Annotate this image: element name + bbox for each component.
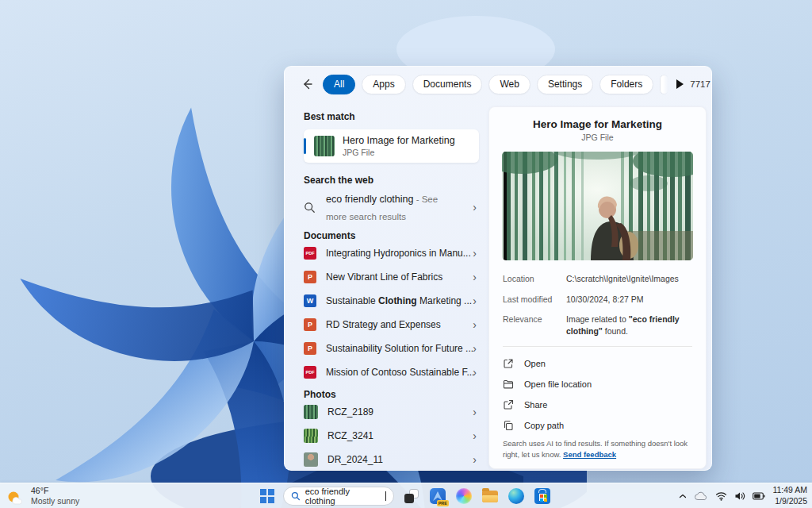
- best-match-title: Hero Image for Marketing: [343, 135, 455, 146]
- powerpoint-file-icon: P: [304, 342, 316, 355]
- tab-settings[interactable]: Settings: [537, 75, 593, 94]
- photo-result-row[interactable]: DR_2024_11 ›: [304, 448, 488, 471]
- back-arrow-icon: [301, 78, 313, 90]
- back-button[interactable]: [301, 76, 313, 92]
- photo-thumbnail: [304, 452, 318, 467]
- preview-pane: Hero Image for Marketing JPG File: [488, 106, 707, 469]
- text-cursor: [385, 491, 386, 501]
- tray-expand-button[interactable]: [678, 491, 688, 501]
- wifi-icon: [715, 491, 727, 501]
- start-button[interactable]: [260, 489, 274, 503]
- search-web-header: Search the web: [304, 175, 488, 186]
- ai-disclaimer: Search uses AI to find results. If somet…: [503, 438, 692, 460]
- photo-thumbnail: [304, 429, 318, 443]
- pdf-file-icon: PDF: [304, 247, 316, 260]
- taskbar-weather-widget[interactable]: 46°F Mostly sunny: [6, 486, 79, 506]
- taskbar-clock[interactable]: 11:49 AM 1/9/2025: [772, 485, 807, 506]
- battery-tray-button[interactable]: [753, 492, 765, 500]
- tabbar-right-group: 7717 L ⋯: [690, 76, 712, 92]
- chevron-right-icon[interactable]: ›: [473, 367, 477, 378]
- document-result-row[interactable]: P RD Strategy and Expenses ›: [304, 313, 488, 337]
- microsoft-store-button[interactable]: [534, 487, 551, 505]
- onedrive-tray-button[interactable]: [695, 491, 708, 501]
- chevron-right-icon[interactable]: ›: [473, 343, 477, 354]
- photos-header: Photos: [304, 389, 488, 400]
- document-result-row[interactable]: W Sustainable Clothing Marketing ... ›: [304, 289, 488, 313]
- photo-result-row[interactable]: RCZ_3241 ›: [304, 424, 488, 448]
- speaker-icon: [734, 491, 745, 501]
- file-explorer-icon: [482, 491, 498, 502]
- rewards-points: 7717: [690, 79, 710, 89]
- weather-temp: 46°F: [31, 486, 79, 496]
- chevron-right-icon[interactable]: ›: [473, 406, 477, 418]
- clock-time: 11:49 AM: [772, 485, 807, 496]
- chevron-right-icon[interactable]: ›: [473, 430, 477, 441]
- web-search-item[interactable]: eco friendly clothing - See more search …: [304, 190, 488, 225]
- preview-subtitle: JPG File: [489, 133, 706, 142]
- action-open[interactable]: Open: [489, 353, 706, 374]
- tab-photos-clipped[interactable]: P: [660, 75, 668, 94]
- chevron-right-icon[interactable]: ›: [473, 248, 477, 259]
- volume-tray-button[interactable]: [734, 491, 745, 501]
- chevron-right-icon[interactable]: ›: [473, 319, 477, 330]
- dev-home-button[interactable]: PRE: [429, 487, 446, 505]
- photo-thumbnail: [304, 405, 318, 419]
- best-match-subtitle: JPG File: [343, 148, 455, 157]
- search-icon: [291, 491, 301, 501]
- share-icon: [503, 399, 514, 410]
- divider: [503, 346, 692, 347]
- detail-row-relevance: Relevance Image related to "eco friendly…: [503, 314, 692, 337]
- taskbar-search-input[interactable]: eco friendly clothing: [283, 487, 394, 506]
- action-open-file-location[interactable]: Open file location: [489, 374, 706, 394]
- pdf-file-icon: PDF: [304, 366, 316, 379]
- tab-folders[interactable]: Folders: [599, 75, 653, 94]
- folder-icon: [503, 379, 514, 390]
- results-panel: Best match Hero Image for Marketing JPG …: [285, 102, 488, 470]
- onedrive-cloud-icon: [695, 491, 708, 501]
- weather-icon: [6, 487, 25, 505]
- tab-documents[interactable]: Documents: [412, 75, 483, 94]
- chevron-right-icon[interactable]: ›: [473, 202, 477, 213]
- document-result-row[interactable]: PDF Integrating Hydroponics in Manu... ›: [304, 241, 488, 265]
- tabs-scroll-next-icon[interactable]: [676, 79, 684, 89]
- best-match-item[interactable]: Hero Image for Marketing JPG File: [304, 129, 479, 163]
- action-copy-path[interactable]: Copy path: [489, 415, 706, 436]
- tab-apps[interactable]: Apps: [362, 75, 405, 94]
- preview-title: Hero Image for Marketing: [489, 118, 706, 130]
- document-result-row[interactable]: P New Vibrant Line of Fabrics ›: [304, 265, 488, 289]
- chevron-right-icon[interactable]: ›: [473, 295, 477, 306]
- word-file-icon: W: [304, 294, 316, 307]
- microsoft-store-icon: [534, 488, 550, 504]
- best-match-header: Best match: [304, 111, 488, 122]
- action-share[interactable]: Share: [489, 394, 706, 415]
- best-match-thumbnail: [314, 136, 335, 156]
- powerpoint-file-icon: P: [304, 271, 316, 283]
- document-result-row[interactable]: PDF Mission of Contoso Sustainable F... …: [304, 360, 488, 384]
- chevron-right-icon[interactable]: ›: [473, 271, 477, 283]
- chevron-right-icon[interactable]: ›: [473, 454, 477, 465]
- powerpoint-file-icon: P: [304, 318, 316, 331]
- copilot-button[interactable]: [455, 487, 473, 505]
- weather-condition: Mostly sunny: [31, 496, 79, 506]
- copy-icon: [503, 420, 514, 431]
- clock-date: 1/9/2025: [772, 496, 807, 507]
- photo-result-row[interactable]: RCZ_2189 ›: [304, 400, 488, 424]
- detail-row-modified: Last modified 10/30/2024, 8:27 PM: [503, 294, 692, 306]
- file-explorer-button[interactable]: [481, 487, 499, 505]
- taskbar: 46°F Mostly sunny eco friendly clothing …: [0, 483, 812, 508]
- search-tab-bar: All Apps Documents Web Settings Folders …: [285, 67, 711, 102]
- preview-badge: PRE: [437, 500, 449, 506]
- tab-all[interactable]: All: [323, 75, 355, 94]
- document-result-row[interactable]: P Sustainability Solution for Future ...…: [304, 337, 488, 360]
- edge-button[interactable]: [508, 487, 525, 505]
- documents-header: Documents: [304, 230, 488, 241]
- copilot-icon: [456, 488, 472, 504]
- detail-row-location: Location C:\scratch\Ignite\Ignite\Images: [503, 273, 692, 285]
- battery-icon: [753, 492, 765, 500]
- tab-web[interactable]: Web: [488, 75, 530, 94]
- edge-icon: [508, 488, 524, 504]
- wifi-tray-button[interactable]: [715, 491, 727, 501]
- preview-image[interactable]: [502, 152, 693, 260]
- task-view-button[interactable]: [403, 487, 420, 505]
- send-feedback-link[interactable]: Send feedback: [563, 450, 616, 459]
